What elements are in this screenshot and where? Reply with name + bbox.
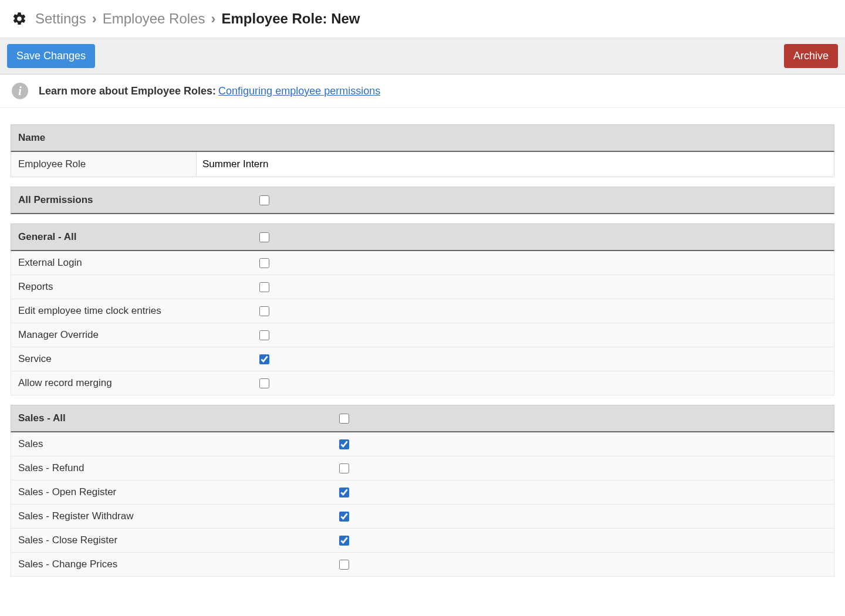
all-permissions-label: All Permissions — [18, 194, 93, 206]
sales-header: Sales - All — [11, 405, 834, 432]
general-item-label-5: Allow record merging — [18, 377, 112, 389]
name-row: Employee Role — [11, 152, 834, 177]
perm-row: External Login — [11, 251, 834, 275]
archive-button[interactable]: Archive — [784, 44, 838, 68]
general-item-label-3: Manager Override — [18, 329, 99, 341]
sales-item-label-2: Sales - Open Register — [18, 486, 116, 498]
gear-icon — [12, 11, 27, 26]
sales-item-checkbox-3[interactable] — [339, 512, 349, 522]
sales-item-checkbox-2[interactable] — [339, 488, 349, 497]
perm-row: Reports — [11, 275, 834, 299]
name-section-header: Name — [11, 124, 834, 152]
general-item-label-2: Edit employee time clock entries — [18, 305, 161, 317]
perm-row: Sales — [11, 432, 834, 456]
content: Name Employee Role All Permissions Gener… — [0, 108, 845, 577]
general-item-checkbox-1[interactable] — [259, 282, 269, 292]
perm-row: Service — [11, 347, 834, 371]
breadcrumb-settings[interactable]: Settings — [35, 11, 86, 27]
perm-row: Sales - Change Prices — [11, 553, 834, 577]
perm-row: Sales - Register Withdraw — [11, 505, 834, 529]
info-icon: i — [12, 83, 28, 99]
general-item-checkbox-4[interactable] — [259, 354, 269, 364]
sales-items: SalesSales - RefundSales - Open Register… — [11, 432, 834, 577]
sales-item-label-0: Sales — [18, 438, 43, 450]
perm-row: Manager Override — [11, 323, 834, 347]
all-permissions-header: All Permissions — [11, 187, 834, 214]
general-all-checkbox[interactable] — [259, 232, 269, 242]
employee-role-label: Employee Role — [11, 152, 197, 177]
sales-all-checkbox[interactable] — [339, 414, 349, 424]
general-label: General - All — [18, 231, 77, 243]
general-item-checkbox-3[interactable] — [259, 330, 269, 340]
info-bar: i Learn more about Employee Roles: Confi… — [0, 75, 845, 108]
general-items: External LoginReportsEdit employee time … — [11, 251, 834, 395]
perm-row: Allow record merging — [11, 371, 834, 395]
sales-item-checkbox-5[interactable] — [339, 560, 349, 570]
all-permissions-checkbox[interactable] — [259, 195, 269, 205]
breadcrumb-current: Employee Role: New — [221, 11, 360, 27]
sales-item-label-3: Sales - Register Withdraw — [18, 510, 134, 522]
sales-item-label-1: Sales - Refund — [18, 462, 84, 474]
info-prefix: Learn more about Employee Roles: — [39, 85, 216, 97]
info-link[interactable]: Configuring employee permissions — [218, 85, 380, 97]
breadcrumb-roles[interactable]: Employee Roles — [103, 11, 205, 27]
general-item-label-4: Service — [18, 353, 52, 365]
sales-item-checkbox-0[interactable] — [339, 439, 349, 449]
chevron-right-icon: › — [211, 11, 215, 27]
sales-item-label-5: Sales - Change Prices — [18, 559, 117, 570]
general-item-label-1: Reports — [18, 281, 53, 293]
chevron-right-icon: › — [92, 11, 97, 27]
employee-role-input[interactable] — [197, 152, 834, 177]
action-bar: Save Changes Archive — [0, 38, 845, 75]
perm-row: Sales - Close Register — [11, 529, 834, 553]
sales-label: Sales - All — [18, 412, 66, 424]
breadcrumb: Settings › Employee Roles › Employee Rol… — [0, 0, 845, 38]
perm-row: Sales - Refund — [11, 456, 834, 480]
sales-item-checkbox-4[interactable] — [339, 536, 349, 546]
general-item-checkbox-2[interactable] — [259, 306, 269, 316]
general-item-checkbox-5[interactable] — [259, 378, 269, 388]
general-header: General - All — [11, 224, 834, 251]
save-button[interactable]: Save Changes — [7, 44, 95, 68]
general-item-checkbox-0[interactable] — [259, 258, 269, 268]
general-item-label-0: External Login — [18, 257, 82, 269]
sales-item-checkbox-1[interactable] — [339, 463, 349, 473]
perm-row: Sales - Open Register — [11, 480, 834, 505]
sales-item-label-4: Sales - Close Register — [18, 534, 117, 546]
perm-row: Edit employee time clock entries — [11, 299, 834, 323]
